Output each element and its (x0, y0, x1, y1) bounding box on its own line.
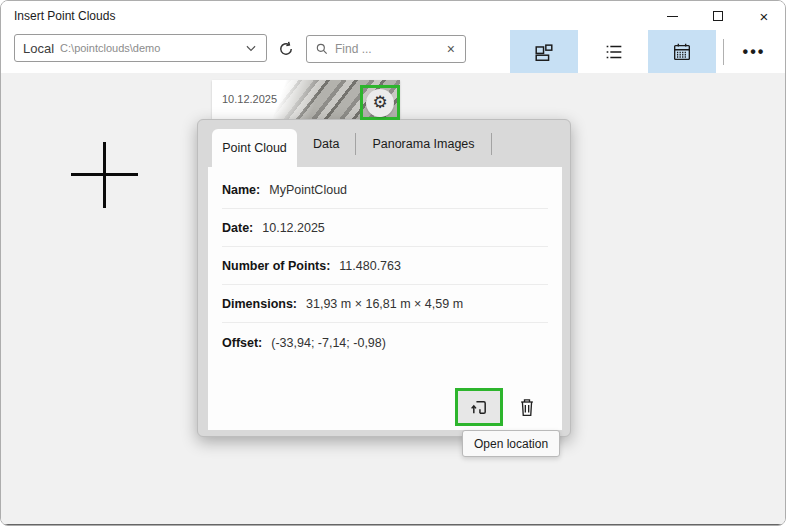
details-popup: Point Cloud Data Panorama Images Name: M… (197, 119, 571, 437)
refresh-button[interactable] (273, 37, 299, 61)
content-area: 10.12.2025 ⚙ Point Cloud Data Panorama I… (1, 73, 785, 526)
search-icon (315, 42, 329, 56)
close-button[interactable]: × (741, 1, 786, 31)
crosshair-cursor (103, 142, 106, 208)
field-row-dimensions: Dimensions: 31,93 m × 16,81 m × 4,59 m (222, 286, 548, 323)
card-gear-button[interactable]: ⚙ (360, 85, 400, 120)
clear-search-icon[interactable]: × (445, 41, 457, 57)
field-row-points: Number of Points: 11.480.763 (222, 248, 548, 285)
gear-icon: ⚙ (366, 89, 394, 117)
maximize-button[interactable] (695, 1, 741, 31)
tiles-view-icon (533, 41, 555, 63)
field-row-name: Name: MyPointCloud (222, 172, 548, 209)
location-label: Local (23, 41, 54, 56)
field-label: Date: (222, 221, 253, 235)
field-value: MyPointCloud (269, 183, 347, 197)
field-label: Offset: (222, 336, 262, 350)
card-date: 10.12.2025 (222, 93, 277, 105)
delete-button[interactable] (511, 393, 543, 421)
calendar-view-button[interactable] (648, 30, 716, 73)
location-dropdown[interactable]: Local C:\pointclouds\demo (14, 34, 267, 62)
window-title: Insert Point Clouds (14, 9, 115, 23)
search-box[interactable]: × (306, 35, 466, 63)
minimize-button[interactable] (649, 1, 695, 31)
tab-strip: Point Cloud Data Panorama Images (198, 120, 570, 167)
field-value: 31,93 m × 16,81 m × 4,59 m (306, 297, 463, 311)
toolbar-separator (723, 39, 724, 65)
app-window: Insert Point Clouds × Local C:\pointclou… (0, 0, 786, 526)
field-label: Name: (222, 183, 260, 197)
field-row-offset: Offset: (-33,94; -7,14; -0,98) (222, 324, 548, 361)
calendar-view-icon (671, 41, 693, 63)
tiles-view-button[interactable] (510, 30, 578, 73)
field-label: Number of Points: (222, 259, 330, 273)
list-view-button[interactable] (580, 30, 648, 73)
more-button[interactable]: ••• (729, 30, 779, 73)
refresh-icon (277, 40, 295, 58)
open-location-button[interactable] (455, 388, 503, 426)
field-value: (-33,94; -7,14; -0,98) (271, 336, 386, 350)
field-row-date: Date: 10.12.2025 (222, 210, 548, 247)
tab-panorama-images[interactable]: Panorama Images (356, 137, 490, 151)
title-bar: Insert Point Clouds × (1, 1, 785, 31)
trash-icon (517, 396, 537, 418)
maximize-icon (713, 11, 723, 21)
field-label: Dimensions: (222, 297, 297, 311)
minimize-icon (667, 16, 678, 17)
field-value: 11.480.763 (339, 259, 401, 273)
location-path: C:\pointclouds\demo (60, 42, 244, 54)
tooltip-text: Open location (474, 437, 548, 451)
field-value: 10.12.2025 (262, 221, 325, 235)
popup-panel: Name: MyPointCloud Date: 10.12.2025 Numb… (208, 167, 562, 430)
tab-data[interactable]: Data (297, 137, 355, 151)
tab-separator (491, 133, 492, 155)
tooltip: Open location (462, 430, 560, 457)
list-view-icon (603, 41, 625, 63)
chevron-down-icon (244, 41, 258, 55)
search-input[interactable] (335, 42, 445, 56)
tab-point-cloud[interactable]: Point Cloud (212, 129, 297, 167)
open-location-icon (469, 397, 490, 418)
toolbar: Local C:\pointclouds\demo × (1, 31, 785, 73)
